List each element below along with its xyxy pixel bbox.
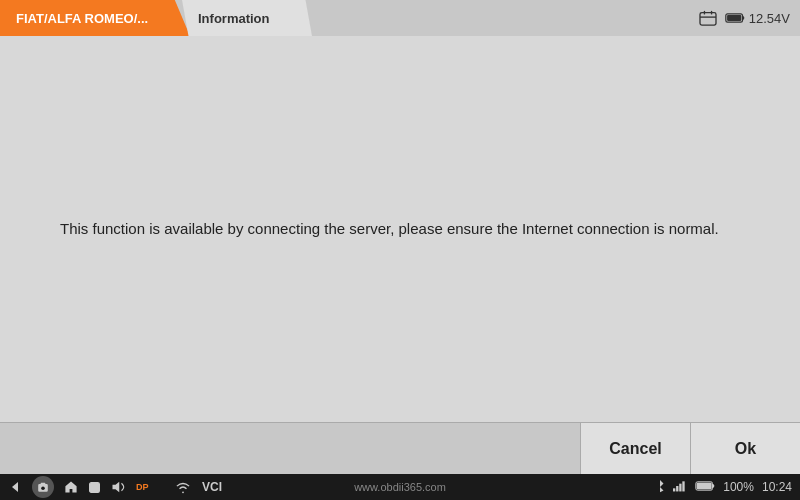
- svg-rect-6: [727, 15, 741, 21]
- ok-button[interactable]: Ok: [690, 423, 800, 474]
- wifi-icon: [174, 480, 192, 494]
- main-content: This function is available by connecting…: [0, 36, 800, 422]
- svg-point-8: [41, 486, 45, 490]
- time-display: 10:24: [762, 480, 792, 494]
- svg-rect-13: [679, 483, 681, 491]
- battery-voltage-text: 12.54V: [749, 11, 790, 26]
- calendar-icon: [699, 10, 717, 26]
- status-right: 100% 10:24: [655, 479, 792, 496]
- info-tab-label: Information: [198, 11, 270, 26]
- cancel-button[interactable]: Cancel: [580, 423, 690, 474]
- fiat-tab-label: FIAT/ALFA ROMEO/...: [16, 11, 148, 26]
- square-icon[interactable]: [88, 481, 101, 494]
- button-spacer: [0, 423, 580, 474]
- signal-icon: [673, 480, 687, 495]
- info-message: This function is available by connecting…: [60, 217, 719, 241]
- battery-percent: 100%: [723, 480, 754, 494]
- website-label: www.obdii365.com: [354, 481, 446, 493]
- vci-icon: VCI: [202, 480, 222, 494]
- volume-icon[interactable]: [111, 480, 126, 494]
- status-bar: DP VCI www.obdii365.com: [0, 474, 800, 500]
- bluetooth-icon: [655, 479, 665, 496]
- back-icon[interactable]: [8, 480, 22, 494]
- camera-icon[interactable]: [32, 476, 54, 498]
- button-bar: Cancel Ok: [0, 422, 800, 474]
- home-icon[interactable]: [64, 480, 78, 494]
- top-bar: FIAT/ALFA ROMEO/... Information 12.54V: [0, 0, 800, 36]
- svg-rect-14: [683, 481, 685, 491]
- battery-voltage: 12.54V: [725, 11, 790, 26]
- battery-status-icon: [695, 480, 715, 495]
- svg-rect-0: [700, 13, 716, 25]
- tab-information[interactable]: Information: [182, 0, 312, 36]
- svg-marker-7: [12, 482, 18, 492]
- svg-rect-17: [697, 482, 712, 489]
- svg-rect-12: [676, 486, 678, 491]
- svg-rect-9: [90, 482, 100, 492]
- svg-rect-11: [673, 488, 675, 491]
- svg-rect-16: [713, 484, 715, 487]
- top-right-icons: 12.54V: [699, 0, 800, 36]
- svg-text:DP: DP: [136, 483, 149, 493]
- svg-rect-5: [742, 16, 744, 19]
- dp-icon: DP: [136, 480, 164, 494]
- tab-fiat[interactable]: FIAT/ALFA ROMEO/...: [0, 0, 190, 36]
